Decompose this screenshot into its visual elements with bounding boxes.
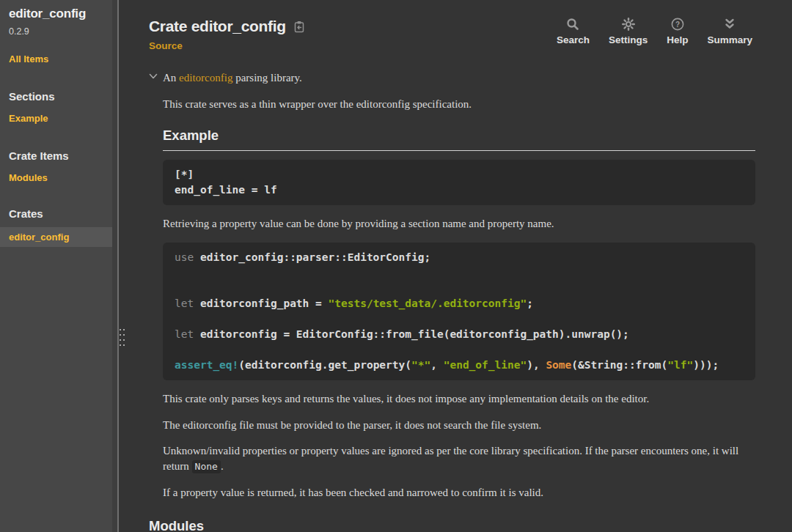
intro-paragraph: An editorconfig parsing library. <box>163 70 755 86</box>
sidebar-resize-handle-icon[interactable] <box>120 329 125 346</box>
help-label: Help <box>667 34 688 45</box>
paragraph-must-be-provided: The editorconfig file must be provided t… <box>163 418 755 433</box>
sidebar-item-example[interactable]: Example <box>9 113 103 124</box>
gear-icon <box>622 18 635 31</box>
example-section-heading: Example <box>163 128 755 151</box>
sidebar-item-modules[interactable]: Modules <box>9 172 103 183</box>
sidebar-heading-sections: Sections <box>9 90 103 103</box>
copy-path-button[interactable] <box>293 21 305 33</box>
sidebar-resizer[interactable] <box>117 0 119 532</box>
paragraph-checked-narrowed: If a property value is returned, it has … <box>163 485 755 500</box>
search-icon <box>566 18 579 31</box>
summary-icon <box>723 18 736 31</box>
sidebar-crate-title[interactable]: editor_config <box>9 7 103 21</box>
paragraph-thin-wrapper: This crate serves as a thin wrapper over… <box>163 97 755 112</box>
intro-text-before: An <box>163 72 179 84</box>
paragraph-retrieving: Retrieving a property value can be done … <box>163 216 755 232</box>
crate-version: 0.2.9 <box>9 26 103 37</box>
crate-docblock: An editorconfig parsing library. This cr… <box>163 70 755 500</box>
code-block-editorconfig-sample: [*]end_of_line = lf <box>163 160 755 205</box>
sidebar-heading-crate-items: Crate Items <box>9 149 103 162</box>
sidebar-all-items-link[interactable]: All Items <box>9 53 103 64</box>
search-button[interactable]: Search <box>557 18 590 45</box>
svg-text:?: ? <box>675 21 680 29</box>
paragraph-unknown-invalid: Unknown/invalid properties or property v… <box>163 443 755 473</box>
top-nav: Search Settings ? Help Summary <box>557 18 752 45</box>
sidebar: editor_config 0.2.9 All Items Sections E… <box>0 0 112 532</box>
intro-text-after: parsing library. <box>232 72 301 84</box>
help-button[interactable]: ? Help <box>667 18 688 45</box>
code-block-rust-example: use editor_config::parser::EditorConfig;… <box>163 243 755 380</box>
sidebar-item-editor-config[interactable]: editor_config <box>9 232 103 243</box>
summary-label: Summary <box>707 34 752 45</box>
p5-text-before: Unknown/invalid properties or property v… <box>163 445 738 472</box>
sidebar-current-crate-row[interactable]: editor_config <box>0 227 112 247</box>
copy-path-icon <box>293 24 305 35</box>
p5-text-after: . <box>221 460 224 472</box>
modules-section-heading: Modules <box>149 518 755 532</box>
sidebar-scrollbar-track[interactable] <box>112 0 117 532</box>
paragraph-only-parses: This crate only parses keys and returns … <box>163 391 755 407</box>
settings-label: Settings <box>609 34 648 45</box>
summary-toggle-button[interactable]: Summary <box>707 18 752 45</box>
help-icon: ? <box>671 18 684 31</box>
source-link[interactable]: Source <box>149 40 183 51</box>
search-label: Search <box>557 34 590 45</box>
settings-button[interactable]: Settings <box>609 18 648 45</box>
page-title: Crate editor_config <box>149 18 286 35</box>
editorconfig-link[interactable]: editorconfig <box>179 72 232 84</box>
sidebar-heading-crates: Crates <box>9 207 103 220</box>
main-content: Crate editor_config Source An editorconf… <box>119 0 792 532</box>
collapse-toggle-chevron-icon[interactable] <box>149 73 158 80</box>
none-inline-code: None <box>192 460 221 473</box>
